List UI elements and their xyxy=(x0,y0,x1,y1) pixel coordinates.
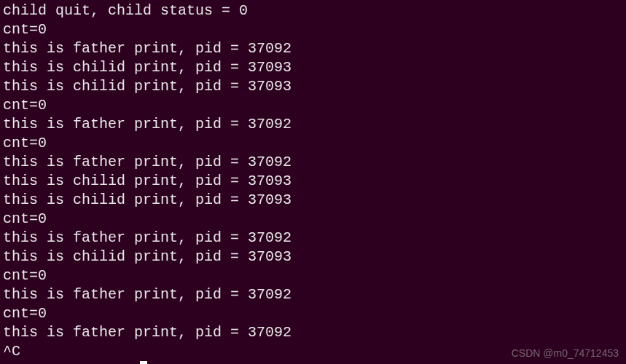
terminal-prompt-row xyxy=(3,361,623,364)
terminal-line: this is father print, pid = 37092 xyxy=(3,115,623,134)
terminal-line: child quit, child status = 0 xyxy=(3,1,623,20)
terminal-line: this is chilid print, pid = 37093 xyxy=(3,58,623,77)
terminal-line: this is chilid print, pid = 37093 xyxy=(3,77,623,96)
terminal-output[interactable]: child quit, child status = 0 cnt=0 this … xyxy=(3,1,623,364)
terminal-line: cnt=0 xyxy=(3,266,623,285)
terminal-line: this is father print, pid = 37092 xyxy=(3,153,623,172)
terminal-line: cnt=0 xyxy=(3,20,623,39)
terminal-line: this is chilid print, pid = 37093 xyxy=(3,248,623,266)
terminal-line: this is father print, pid = 37092 xyxy=(3,229,623,248)
terminal-cursor xyxy=(140,361,147,364)
terminal-line: this is father print, pid = 37092 xyxy=(3,39,623,58)
terminal-line: this is chilid print, pid = 37093 xyxy=(3,191,623,210)
terminal-line: this is father print, pid = 37092 xyxy=(3,323,623,342)
terminal-line: cnt=0 xyxy=(3,304,623,323)
terminal-line: this is chilid print, pid = 37093 xyxy=(3,172,623,191)
terminal-line: this is father print, pid = 37092 xyxy=(3,285,623,304)
terminal-line: cnt=0 xyxy=(3,210,623,229)
terminal-line: cnt=0 xyxy=(3,134,623,153)
watermark: CSDN @m0_74712453 xyxy=(512,347,619,360)
terminal-line: cnt=0 xyxy=(3,96,623,115)
